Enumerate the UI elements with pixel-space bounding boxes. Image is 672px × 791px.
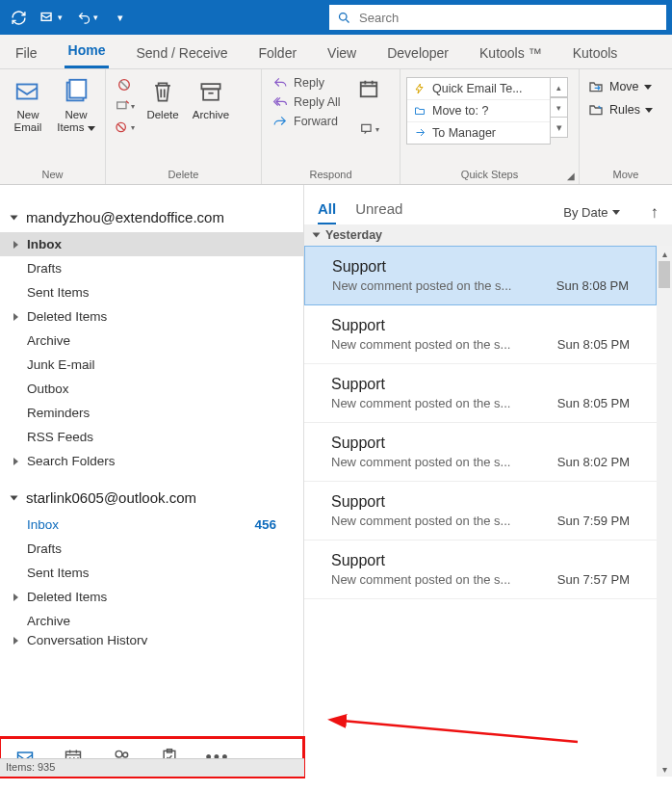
folder-item[interactable]: RSS Feeds (0, 425, 303, 449)
archive-button[interactable]: Archive (189, 73, 233, 124)
message-date: Sun 8:05 PM (557, 337, 630, 352)
reply-button[interactable]: Reply (268, 75, 345, 91)
new-email-button[interactable]: New Email (6, 73, 50, 136)
delete-label: Delete (146, 109, 178, 121)
move-label: Move (609, 80, 639, 93)
folder-item[interactable]: Archive (0, 329, 303, 353)
qat-customize-icon[interactable]: ▾ (108, 5, 133, 30)
folder-item[interactable]: Junk E-mail (0, 353, 303, 377)
tab-view[interactable]: View (323, 38, 360, 68)
quick-step-label: Quick Email Te... (432, 82, 523, 95)
folder-item[interactable]: Deleted Items (0, 304, 303, 329)
message-date: Sun 8:08 PM (556, 278, 629, 293)
message-list-header: All Unread By Date ↑ (304, 185, 672, 224)
svg-point-15 (123, 752, 128, 757)
sort-button[interactable]: By Date (563, 205, 619, 220)
dialog-launcher-icon[interactable]: ◢ (567, 171, 575, 181)
new-items-button[interactable]: New Items (54, 73, 98, 136)
group-new-label: New (6, 169, 99, 182)
send-receive-icon[interactable]: ▾ (35, 5, 67, 30)
annotation-arrow (337, 713, 587, 755)
date-group-header[interactable]: Yesterday (304, 224, 672, 246)
ignore-icon[interactable] (112, 75, 137, 94)
tab-folder[interactable]: Folder (254, 38, 300, 68)
message-from: Support (331, 376, 630, 393)
reply-all-button[interactable]: Reply All (268, 94, 345, 110)
quick-step-item[interactable]: Move to: ? (407, 100, 550, 122)
folder-item[interactable]: Deleted Items (0, 585, 303, 609)
folder-item[interactable]: Search Folders (0, 449, 303, 473)
message-subject: New comment posted on the s... (331, 455, 548, 469)
chevron-down-icon (644, 85, 652, 90)
tab-send-receive[interactable]: Send / Receive (132, 38, 231, 68)
message-item[interactable]: SupportNew comment posted on the s...Sun… (304, 541, 657, 599)
svg-rect-11 (361, 124, 370, 131)
content-area: ‹ mandyzhou@extendoffice.comInboxDraftsS… (0, 185, 672, 777)
gallery-up-button[interactable]: ▴ (551, 77, 568, 97)
delete-button[interactable]: Delete (141, 73, 185, 124)
folder-item[interactable]: Outbox (0, 377, 303, 401)
junk-icon[interactable]: ▾ (112, 118, 137, 137)
group-move-label: Move (585, 169, 666, 182)
tab-file[interactable]: File (12, 38, 41, 68)
folder-item[interactable]: Drafts (0, 537, 303, 561)
scroll-thumb[interactable] (659, 261, 670, 288)
quick-step-item[interactable]: To Manager (407, 122, 550, 144)
search-input[interactable] (359, 11, 659, 25)
tab-developer[interactable]: Developer (383, 38, 452, 68)
message-item[interactable]: SupportNew comment posted on the s...Sun… (304, 482, 657, 541)
chevron-down-icon (612, 210, 620, 215)
move-icon (587, 79, 605, 94)
quick-steps-gallery[interactable]: Quick Email Te... Move to: ? To Manager (406, 77, 551, 145)
folder-item[interactable]: Sent Items (0, 280, 303, 304)
undo-icon[interactable]: ▾ (71, 5, 104, 30)
lightning-icon (413, 83, 426, 94)
reply-all-icon (271, 95, 289, 109)
tab-kutools[interactable]: Kutools (569, 38, 622, 68)
quick-step-item[interactable]: Quick Email Te... (407, 78, 550, 100)
message-item[interactable]: SupportNew comment posted on the s...Sun… (304, 246, 657, 305)
scroll-down-icon[interactable]: ▾ (657, 761, 672, 777)
group-respond: Reply Reply All Forward ▾ Respond (262, 69, 401, 184)
gallery-down-button[interactable]: ▾ (551, 97, 568, 118)
scrollbar[interactable]: ▴ ▾ (657, 246, 672, 777)
filter-unread[interactable]: Unread (355, 200, 402, 224)
folder-item[interactable]: Reminders (0, 401, 303, 425)
svg-rect-10 (360, 83, 376, 97)
new-email-icon (13, 76, 43, 107)
forward-button[interactable]: Forward (268, 114, 345, 129)
meeting-button[interactable] (352, 75, 385, 102)
account-header[interactable]: starlink0605@outlook.com (0, 483, 303, 513)
new-email-label: New Email (8, 109, 48, 133)
cleanup-icon[interactable]: ▾ (112, 96, 137, 116)
title-bar: ▾ ▾ ▾ (0, 0, 672, 35)
filter-all[interactable]: All (318, 200, 336, 224)
tab-kutools-tm[interactable]: Kutools ™ (476, 38, 546, 68)
folder-item[interactable]: Inbox (0, 232, 303, 256)
archive-label: Archive (193, 109, 229, 121)
folder-item[interactable]: Conversation History (0, 633, 303, 645)
svg-rect-2 (17, 85, 38, 99)
more-respond-button[interactable]: ▾ (352, 119, 385, 139)
folder-item[interactable]: Drafts (0, 256, 303, 280)
status-bar: Items: 935 (0, 758, 304, 777)
move-button[interactable]: Move (587, 79, 653, 94)
archive-icon (195, 76, 226, 107)
message-item[interactable]: SupportNew comment posted on the s...Sun… (304, 364, 657, 423)
search-box[interactable] (329, 5, 666, 30)
folder-item[interactable]: Inbox456 (0, 513, 303, 537)
rules-button[interactable]: Rules (587, 102, 653, 118)
message-item[interactable]: SupportNew comment posted on the s...Sun… (304, 305, 657, 364)
message-item[interactable]: SupportNew comment posted on the s...Sun… (304, 423, 657, 482)
message-subject: New comment posted on the s... (332, 278, 547, 293)
folder-item[interactable]: Sent Items (0, 561, 303, 585)
gallery-more-button[interactable]: ▾ (551, 118, 568, 138)
im-icon (358, 122, 375, 136)
tab-home[interactable]: Home (65, 35, 110, 68)
account-header[interactable]: mandyzhou@extendoffice.com (0, 202, 303, 232)
forward-icon (413, 127, 426, 139)
sync-icon[interactable] (6, 5, 31, 30)
scroll-up-icon[interactable]: ▴ (657, 246, 672, 261)
sort-direction-icon[interactable]: ↑ (651, 203, 659, 223)
folder-item[interactable]: Archive (0, 609, 303, 633)
